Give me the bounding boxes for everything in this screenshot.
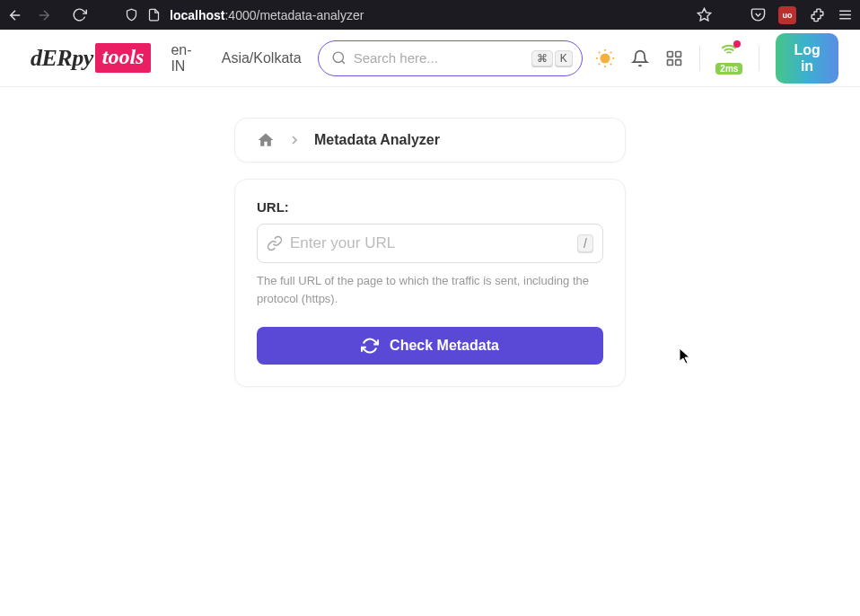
theme-icon[interactable] [595,48,615,68]
kbd-cmd: ⌘ [531,50,553,66]
extensions-icon[interactable] [809,7,825,23]
svg-line-10 [610,63,610,64]
page-icon [147,8,161,22]
home-icon[interactable] [257,131,275,149]
form-card: URL: / The full URL of the page to which… [234,179,626,387]
logo-tools: tools [95,43,152,73]
submit-label: Check Metadata [390,338,499,354]
svg-line-14 [610,51,610,52]
forward-button[interactable] [36,7,52,23]
search-icon [331,50,347,66]
main-content: Metadata Analyzer URL: / The full URL of… [0,87,860,418]
svg-marker-0 [698,8,710,20]
reload-button[interactable] [72,7,87,22]
header-right: 2ms Log in [595,33,838,84]
svg-rect-18 [667,59,672,65]
nav-controls [7,7,87,23]
ublock-icon[interactable]: uo [778,6,796,24]
refresh-icon [361,337,379,355]
url-text: localhost:4000/metadata-analyzer [170,8,688,22]
kbd-k: K [555,50,573,66]
browser-chrome: localhost:4000/metadata-analyzer uo [0,0,860,30]
svg-line-5 [341,61,344,64]
check-metadata-button[interactable]: Check Metadata [257,327,603,365]
chevron-right-icon [287,133,302,147]
breadcrumb-current: Metadata Analyzer [314,132,440,148]
url-host: localhost [170,8,224,22]
search-shortcut: ⌘ K [531,50,573,66]
divider [699,46,700,71]
bell-icon[interactable] [631,48,649,68]
url-shortcut-key: / [577,234,593,252]
svg-point-6 [601,54,609,62]
url-bar[interactable]: localhost:4000/metadata-analyzer [116,3,721,28]
svg-rect-15 [667,51,672,57]
login-button[interactable]: Log in [776,33,838,84]
chrome-right: uo [750,6,853,24]
apps-icon[interactable] [665,48,683,68]
app-header: dERpy tools en-IN Asia/Kolkata ⌘ K 2m [0,30,860,87]
url-input[interactable] [290,234,570,252]
svg-rect-17 [675,59,680,65]
url-label: URL: [257,199,603,215]
svg-rect-16 [675,51,680,57]
search-input[interactable] [354,50,524,66]
divider [759,46,759,71]
url-help-text: The full URL of the page to which the tr… [257,272,603,307]
svg-point-4 [333,52,343,62]
pocket-icon[interactable] [750,7,766,23]
link-icon [267,235,283,251]
timezone-label[interactable]: Asia/Kolkata [222,50,302,66]
url-input-row[interactable]: / [257,224,603,263]
url-path: :4000/metadata-analyzer [224,8,364,22]
back-button[interactable] [7,7,23,23]
menu-icon[interactable] [838,7,853,22]
search-bar[interactable]: ⌘ K [318,40,583,76]
shield-icon [125,8,138,22]
logo[interactable]: dERpy tools [31,43,151,73]
logo-derpy: dERpy [31,45,93,72]
wifi-icon [719,42,739,62]
svg-line-9 [599,51,600,52]
latency-badge: 2ms [715,63,742,75]
latency-indicator[interactable]: 2ms [715,42,742,75]
locale-label[interactable]: en-IN [171,42,201,75]
status-dot [733,40,741,48]
bookmark-icon[interactable] [697,7,712,22]
breadcrumb: Metadata Analyzer [234,118,626,163]
svg-line-13 [599,63,600,64]
